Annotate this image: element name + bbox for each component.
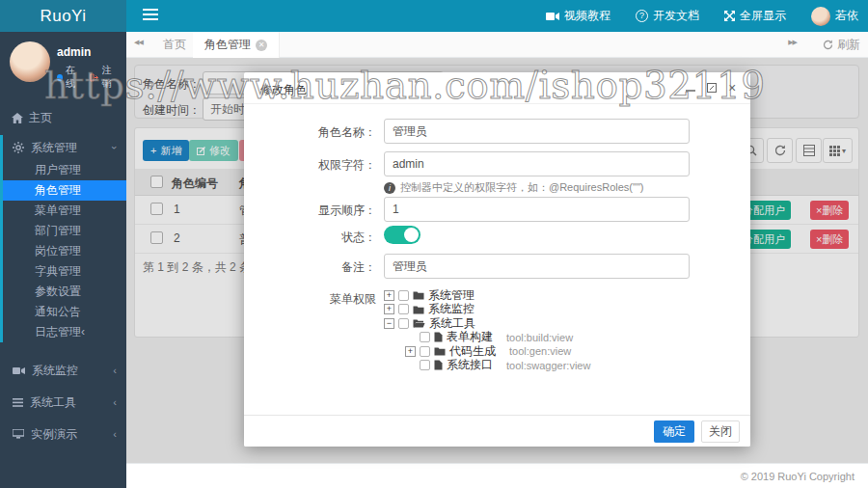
modal-footer: 确定 关闭: [244, 415, 750, 447]
role-name-input[interactable]: [384, 119, 690, 144]
tree-checkbox[interactable]: [398, 304, 409, 314]
nav-dev-docs[interactable]: ? 开发文档: [636, 8, 699, 24]
tree-checkbox[interactable]: [420, 346, 430, 357]
desktop-icon: [13, 429, 24, 439]
perm-help-text: i 控制器中定义的权限字符，如：@RequiresRoles(""): [384, 180, 643, 195]
perm-help-label: 控制器中定义的权限字符，如：@RequiresRoles(""): [400, 180, 643, 195]
tree-checkbox[interactable]: [398, 318, 409, 329]
tab-close-icon[interactable]: ✕: [256, 40, 267, 51]
tree-expander-icon[interactable]: +: [384, 304, 394, 314]
tree-checkbox[interactable]: [420, 332, 430, 342]
tree-expander-icon[interactable]: +: [405, 346, 416, 357]
tree-node-perm: tool:gen:view: [509, 345, 571, 357]
chevron-left-icon: ‹: [113, 365, 117, 376]
sidebar-item-system-monitor[interactable]: 系统监控 ‹: [0, 357, 126, 384]
nav-docs-label: 开发文档: [653, 8, 699, 24]
sidebar-user-panel: admin 在线 注销: [0, 32, 126, 95]
tabs-scroll-right-icon[interactable]: ▶▶: [788, 39, 797, 46]
sidebar: admin 在线 注销 主页 系统管理 › 用户管理 角色管理 菜单管理 部门管…: [0, 32, 126, 488]
sidebar-item-menu-management[interactable]: 菜单管理: [3, 201, 126, 221]
user-avatar[interactable]: [10, 41, 50, 82]
sidebar-item-param-settings[interactable]: 参数设置: [3, 282, 126, 302]
bars-icon: [13, 398, 23, 407]
sidebar-item-dict-management[interactable]: 字典管理: [3, 261, 126, 282]
user-menu[interactable]: 若依: [811, 7, 858, 26]
folder-open-icon: [413, 318, 425, 328]
perm-string-input[interactable]: [384, 151, 690, 176]
question-icon: ?: [636, 10, 648, 22]
nav-video-tutorial[interactable]: 视频教程: [546, 8, 610, 24]
menu-permission-tree: + 系统管理 + 系统监控 − 系统工具 表单构建 tool:build:vie…: [384, 288, 590, 372]
tab-home[interactable]: 首页: [151, 32, 199, 58]
tree-node-perm: tool:build:view: [506, 332, 573, 343]
confirm-button[interactable]: 确定: [654, 420, 694, 443]
sidebar-item-post-management[interactable]: 岗位管理: [3, 241, 126, 261]
sidebar-home-label: 主页: [29, 110, 52, 126]
sidebar-item-notice[interactable]: 通知公告: [3, 302, 126, 322]
sidebar-home-link[interactable]: 主页: [0, 95, 126, 127]
sidebar-item-role-management[interactable]: 角色管理: [3, 180, 126, 201]
modal-title: 修改角色: [260, 82, 307, 98]
edit-role-modal: 修改角色 × 角色名称： 权限字符： i 控制器中定义的权限字符，如：@Requ…: [244, 72, 750, 447]
close-icon[interactable]: ×: [725, 81, 739, 95]
nav-fullscreen[interactable]: 全屏显示: [724, 8, 786, 24]
nav-fullscreen-label: 全屏显示: [740, 8, 786, 24]
tree-expander-icon[interactable]: −: [384, 318, 394, 329]
sidebar-item-demo[interactable]: 实例演示 ‹: [0, 420, 126, 447]
folder-icon: [413, 290, 424, 300]
tree-node-perm: tool:swagger:view: [506, 360, 590, 371]
home-icon: [12, 113, 23, 123]
folder-icon: [434, 346, 446, 356]
app-logo[interactable]: RuoYi: [0, 0, 126, 32]
modal-header: 修改角色 ×: [244, 72, 750, 104]
cancel-button[interactable]: 关闭: [701, 420, 740, 443]
page-footer: © 2019 RuoYi Copyright: [126, 463, 868, 488]
tabs-scroll-left-icon[interactable]: ◀◀: [134, 39, 143, 46]
sidebar-item-user-management[interactable]: 用户管理: [3, 160, 126, 180]
tree-expander-none: [405, 360, 416, 370]
chevron-left-icon: ‹: [113, 428, 117, 440]
maximize-icon[interactable]: [705, 81, 719, 95]
user-avatar-small: [811, 7, 830, 26]
logout-link[interactable]: 注销: [102, 64, 119, 91]
tree-expander-none: [405, 332, 416, 342]
tree-node-label[interactable]: 系统接口: [447, 357, 493, 373]
minimize-icon[interactable]: [684, 81, 697, 95]
user-menu-label: 若依: [835, 8, 858, 24]
top-nav: 视频教程 ? 开发文档 全屏显示 若依: [521, 0, 858, 32]
display-order-input[interactable]: [384, 197, 690, 222]
refresh-icon: [823, 40, 833, 50]
sidebar-item-log-management[interactable]: 日志管理 ‹: [3, 322, 126, 342]
sidebar-demo-label: 实例演示: [31, 426, 77, 443]
tab-refresh-label: 刷新: [837, 37, 860, 53]
sidebar-item-dept-management[interactable]: 部门管理: [3, 221, 126, 241]
sidebar-tools-label: 系统工具: [30, 394, 76, 411]
tree-expander-icon[interactable]: +: [384, 290, 394, 301]
tree-checkbox[interactable]: [398, 290, 409, 301]
sidebar-log-label: 日志管理: [35, 322, 81, 342]
online-dot-icon: [57, 74, 63, 81]
file-icon: [434, 332, 443, 342]
folder-icon: [413, 305, 424, 314]
tab-role-label: 角色管理: [204, 38, 251, 51]
role-name-label: 角色名称：: [263, 124, 376, 141]
tree-checkbox[interactable]: [420, 360, 430, 370]
display-order-label: 显示顺序：: [263, 203, 376, 219]
remark-label: 备注：: [263, 259, 376, 276]
gear-icon: [13, 142, 24, 153]
perm-string-label: 权限字符：: [263, 157, 376, 174]
remark-input[interactable]: [384, 254, 690, 279]
sidebar-system-label: 系统管理: [31, 140, 77, 156]
chevron-left-icon: ‹: [81, 322, 85, 342]
tab-role-management[interactable]: 角色管理✕: [193, 32, 280, 58]
status-toggle[interactable]: [384, 226, 420, 244]
sidebar-item-system-tools[interactable]: 系统工具 ‹: [0, 389, 126, 416]
tab-refresh-button[interactable]: 刷新: [823, 32, 860, 58]
file-icon: [434, 360, 443, 370]
menu-perm-label: 菜单权限: [263, 291, 376, 308]
sidebar-item-system-management[interactable]: 系统管理 ›: [3, 135, 126, 160]
tab-bar: ◀◀ 首页 角色管理✕ ▶▶ 刷新: [126, 32, 868, 58]
status-label: 状态：: [263, 230, 376, 246]
sidebar-toggle-icon[interactable]: [143, 9, 158, 22]
nav-video-label: 视频教程: [564, 8, 610, 24]
